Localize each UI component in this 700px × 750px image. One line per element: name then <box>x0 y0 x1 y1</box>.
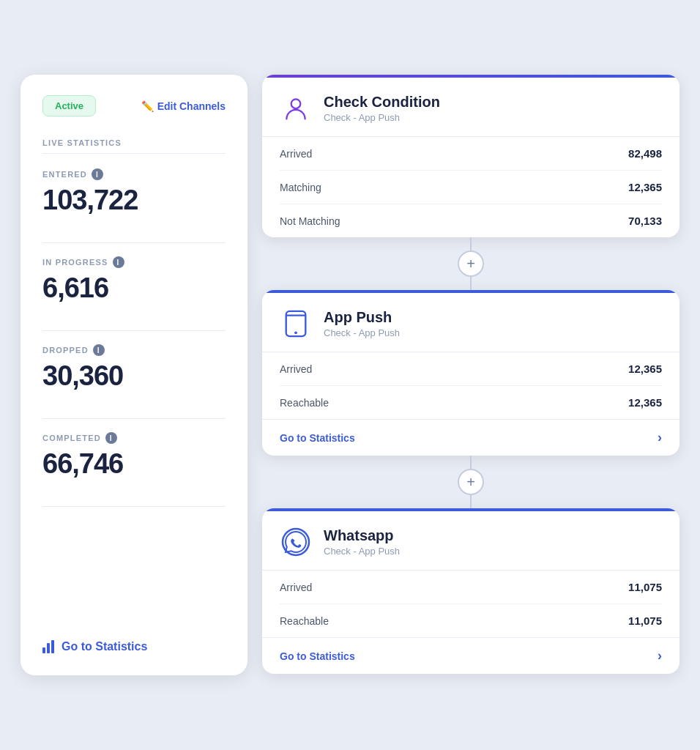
whatsapp-arrived-value: 11,075 <box>628 581 662 593</box>
completed-info-icon[interactable]: i <box>105 432 117 444</box>
not-matching-row: Not Matching 70,133 <box>280 204 662 237</box>
stat-completed: COMPLETED i 66,746 <box>42 432 226 480</box>
edit-icon: ✏️ <box>141 100 154 112</box>
divider-3 <box>42 418 226 419</box>
svg-point-0 <box>291 99 301 108</box>
entered-label: ENTERED <box>42 170 87 179</box>
check-condition-header: Check Condition Check - App Push <box>262 78 679 137</box>
check-condition-card: Check Condition Check - App Push Arrived… <box>262 75 679 237</box>
matching-row: Matching 12,365 <box>280 171 662 204</box>
divider-4 <box>42 506 226 507</box>
completed-value: 66,746 <box>42 448 226 480</box>
divider-1 <box>42 242 226 243</box>
whatsapp-reachable-label: Reachable <box>280 615 329 627</box>
app-push-arrived-value: 12,365 <box>628 363 662 375</box>
phone-icon <box>280 308 312 340</box>
divider-2 <box>42 330 226 331</box>
in-progress-value: 6,616 <box>42 272 226 304</box>
edit-channels-button[interactable]: ✏️ Edit Channels <box>141 100 226 112</box>
dropped-value: 30,360 <box>42 360 226 392</box>
app-push-footer[interactable]: Go to Statistics › <box>262 419 679 456</box>
entered-info-icon[interactable]: i <box>92 168 103 180</box>
whatsapp-stats: Arrived 11,075 Reachable 11,075 <box>262 571 679 637</box>
dropped-label: DROPPED <box>42 346 89 354</box>
whatsapp-reachable-row: Reachable 11,075 <box>280 604 662 637</box>
app-push-header: App Push Check - App Push <box>262 293 679 352</box>
add-step-button-1[interactable]: + <box>458 250 484 277</box>
app-push-card: App Push Check - App Push Arrived 12,365… <box>262 290 679 456</box>
app-push-arrived-row: Arrived 12,365 <box>280 352 662 386</box>
left-panel: Active ✏️ Edit Channels LIVE STATISTICS … <box>21 75 247 675</box>
whatsapp-title: Whatsapp <box>324 527 400 544</box>
app-push-reachable-row: Reachable 12,365 <box>280 386 662 419</box>
whatsapp-icon <box>280 526 312 558</box>
plus-connector-2: + <box>458 456 484 508</box>
app-push-arrived-label: Arrived <box>280 363 312 375</box>
right-panel: Check Condition Check - App Push Arrived… <box>262 75 679 674</box>
chevron-right-icon-2: › <box>658 648 662 664</box>
whatsapp-subtitle: Check - App Push <box>324 546 400 557</box>
go-statistics-button[interactable]: Go to Statistics <box>42 633 226 653</box>
whatsapp-arrived-label: Arrived <box>280 582 312 593</box>
svg-point-2 <box>294 331 297 334</box>
arrived-label: Arrived <box>280 148 312 160</box>
svg-point-4 <box>283 529 309 555</box>
person-icon <box>280 92 312 125</box>
app-push-reachable-value: 12,365 <box>628 396 662 409</box>
stat-dropped: DROPPED i 30,360 <box>42 344 226 392</box>
add-step-button-2[interactable]: + <box>458 469 484 495</box>
arrived-row: Arrived 82,498 <box>280 137 662 171</box>
in-progress-info-icon[interactable]: i <box>113 256 124 268</box>
whatsapp-footer[interactable]: Go to Statistics › <box>262 637 679 674</box>
not-matching-value: 70,133 <box>628 215 662 227</box>
matching-value: 12,365 <box>628 181 662 193</box>
app-push-reachable-label: Reachable <box>280 397 329 409</box>
active-badge: Active <box>42 95 96 116</box>
completed-label: COMPLETED <box>42 434 101 442</box>
app-push-title: App Push <box>324 309 400 326</box>
whatsapp-arrived-row: Arrived 11,075 <box>280 571 662 604</box>
check-condition-stats: Arrived 82,498 Matching 12,365 Not Match… <box>262 137 679 237</box>
dropped-info-icon[interactable]: i <box>93 344 105 356</box>
live-statistics-label: LIVE STATISTICS <box>42 138 226 147</box>
matching-label: Matching <box>280 182 321 193</box>
whatsapp-card: Whatsapp Check - App Push Arrived 11,075… <box>262 508 679 674</box>
not-matching-label: Not Matching <box>280 215 340 227</box>
app-push-go-statistics-link: Go to Statistics <box>280 432 355 444</box>
stat-in-progress: IN PROGRESS i 6,616 <box>42 256 226 304</box>
check-condition-subtitle: Check - App Push <box>324 112 440 123</box>
divider-top <box>42 153 226 154</box>
arrived-value: 82,498 <box>628 147 662 160</box>
app-push-subtitle: Check - App Push <box>324 327 400 338</box>
left-header: Active ✏️ Edit Channels <box>42 95 226 116</box>
whatsapp-header: Whatsapp Check - App Push <box>262 511 679 571</box>
chevron-right-icon: › <box>658 430 662 445</box>
stat-entered: ENTERED i 103,722 <box>42 168 226 216</box>
bar-chart-icon <box>42 640 54 653</box>
check-condition-title: Check Condition <box>324 94 440 111</box>
entered-value: 103,722 <box>42 185 226 216</box>
plus-connector-1: + <box>458 237 484 290</box>
whatsapp-go-statistics-link: Go to Statistics <box>280 650 355 662</box>
app-push-stats: Arrived 12,365 Reachable 12,365 <box>262 352 679 419</box>
whatsapp-reachable-value: 11,075 <box>628 615 662 627</box>
in-progress-label: IN PROGRESS <box>42 258 108 267</box>
